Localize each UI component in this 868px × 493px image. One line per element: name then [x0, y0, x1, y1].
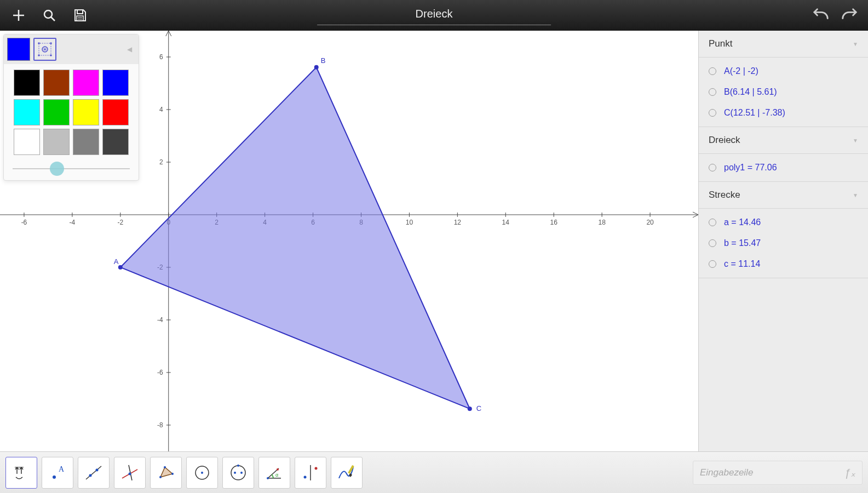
undo-icon[interactable] [812, 7, 830, 24]
search-icon[interactable] [41, 7, 58, 24]
algebra-item[interactable]: c = 11.14 [699, 254, 868, 274]
svg-text:6: 6 [159, 53, 163, 61]
tool-angle[interactable]: α [258, 457, 290, 489]
svg-text:2: 2 [159, 158, 163, 166]
svg-text:10: 10 [406, 219, 413, 226]
visibility-toggle[interactable] [709, 109, 716, 117]
svg-point-73 [201, 472, 203, 474]
style-settings-button[interactable] [33, 38, 56, 61]
visibility-toggle[interactable] [709, 219, 716, 226]
color-swatch[interactable] [43, 129, 70, 155]
tool-ellipse[interactable] [222, 457, 254, 489]
visibility-toggle[interactable] [709, 67, 716, 75]
tool-line[interactable] [78, 457, 110, 489]
algebra-item[interactable]: B(6.14 | 5.61) [699, 82, 868, 102]
tool-circle[interactable] [186, 457, 218, 489]
color-swatch[interactable] [73, 99, 99, 125]
color-swatch[interactable] [43, 99, 70, 125]
item-label: B(6.14 | 5.61) [724, 87, 777, 97]
visibility-toggle[interactable] [709, 164, 716, 171]
fx-icon[interactable]: ƒₓ [844, 466, 855, 479]
svg-text:18: 18 [598, 219, 606, 226]
graph-canvas[interactable]: -6-4-202468101214161820-8-6-4-2246ABC ◀ [0, 31, 698, 451]
chevron-left-icon[interactable]: ◀ [127, 45, 135, 53]
visibility-toggle[interactable] [709, 88, 716, 96]
color-swatch[interactable] [102, 99, 129, 125]
item-label: A(-2 | -2) [724, 66, 758, 76]
color-swatch[interactable] [14, 70, 40, 96]
color-swatch[interactable] [102, 70, 129, 96]
svg-point-74 [231, 466, 245, 480]
svg-point-57 [38, 42, 40, 44]
svg-text:14: 14 [502, 219, 510, 226]
svg-rect-2 [77, 16, 83, 21]
topbar-right [812, 7, 868, 24]
section-header[interactable]: Strecke▼ [699, 182, 868, 209]
algebra-item[interactable]: A(-2 | -2) [699, 61, 868, 82]
svg-point-47 [118, 265, 123, 270]
svg-point-0 [44, 10, 52, 18]
section-header[interactable]: Dreieck▼ [699, 127, 868, 154]
svg-text:4: 4 [159, 106, 163, 113]
page-title[interactable]: Dreieck [317, 5, 551, 25]
color-swatch[interactable] [73, 70, 99, 96]
chevron-down-icon: ▼ [853, 41, 858, 47]
input-placeholder: Eingabezeile [700, 467, 753, 478]
tool-reflect[interactable] [295, 457, 326, 489]
svg-rect-84 [348, 465, 354, 474]
tool-move[interactable] [5, 457, 37, 489]
svg-text:α: α [275, 472, 278, 478]
svg-point-49 [314, 65, 319, 70]
color-swatch[interactable] [14, 129, 40, 155]
current-color-swatch[interactable] [7, 38, 30, 61]
svg-text:-4: -4 [157, 316, 163, 324]
visibility-toggle[interactable] [709, 239, 716, 247]
svg-text:A: A [114, 257, 119, 266]
opacity-slider-thumb[interactable] [50, 162, 64, 176]
svg-text:A: A [59, 465, 65, 473]
svg-point-82 [304, 475, 307, 478]
svg-point-79 [267, 477, 269, 479]
color-swatch[interactable] [102, 129, 129, 155]
opacity-slider[interactable] [13, 168, 130, 169]
section-header[interactable]: Punkt▼ [699, 31, 868, 58]
tool-perpendicular[interactable] [114, 457, 146, 489]
item-label: a = 14.46 [724, 217, 761, 227]
algebra-item[interactable]: b = 15.47 [699, 233, 868, 254]
item-label: b = 15.47 [724, 238, 761, 248]
svg-text:20: 20 [646, 219, 654, 226]
add-icon[interactable] [10, 7, 27, 24]
svg-text:B: B [321, 56, 326, 65]
algebra-item[interactable]: a = 14.46 [699, 212, 868, 233]
opacity-slider-row [4, 160, 139, 180]
algebra-item[interactable]: poly1 = 77.06 [699, 157, 868, 178]
item-list: A(-2 | -2)B(6.14 | 5.61)C(12.51 | -7.38) [699, 58, 868, 127]
redo-icon[interactable] [841, 7, 858, 24]
topbar-left [0, 7, 89, 24]
tool-polygon[interactable] [150, 457, 182, 489]
visibility-toggle[interactable] [709, 260, 716, 268]
sidebar-collapse-button[interactable]: ▶ [698, 31, 699, 61]
color-swatch[interactable] [73, 129, 99, 155]
svg-text:-4: -4 [70, 219, 76, 226]
color-grid [4, 64, 139, 160]
svg-text:-8: -8 [157, 421, 163, 429]
item-list: poly1 = 77.06 [699, 154, 868, 182]
tool-point[interactable]: A [42, 457, 73, 489]
item-list: a = 14.46b = 15.47c = 11.14 [699, 209, 868, 278]
style-panel-header: ◀ [4, 35, 139, 64]
color-swatch[interactable] [43, 70, 70, 96]
svg-text:-2: -2 [117, 219, 123, 226]
chevron-down-icon: ▼ [853, 192, 858, 198]
item-label: poly1 = 77.06 [724, 163, 777, 173]
svg-point-65 [96, 468, 99, 471]
algebra-item[interactable]: C(12.51 | -7.38) [699, 102, 868, 123]
item-label: C(12.51 | -7.38) [724, 108, 785, 118]
input-line[interactable]: Eingabezeile ƒₓ [693, 461, 863, 485]
tool-freehand[interactable] [331, 457, 363, 489]
svg-point-71 [171, 473, 174, 475]
svg-text:-6: -6 [157, 369, 163, 376]
save-icon[interactable] [71, 7, 89, 24]
color-swatch[interactable] [14, 99, 40, 125]
svg-text:-6: -6 [21, 219, 27, 226]
